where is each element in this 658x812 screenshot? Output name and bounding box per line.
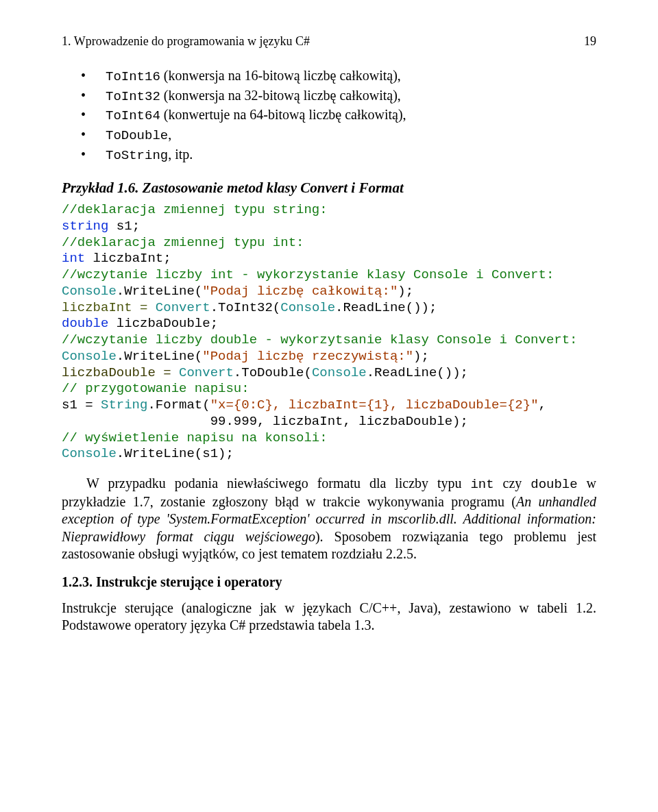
inline-code: int [470, 477, 494, 492]
code-class: Convert [156, 300, 210, 315]
code-text: liczbaDouble; [108, 316, 218, 331]
list-item: ToString, itp. [93, 145, 596, 165]
code-class: String [101, 397, 147, 413]
code-string: "Podaj liczbę całkowitą:" [202, 284, 398, 299]
code-token: ToString [106, 148, 168, 163]
code-token: ToInt64 [106, 108, 160, 123]
list-item: ToInt32 (konwersja na 32-bitową liczbę c… [93, 86, 596, 106]
code-text: s1 = [62, 397, 101, 413]
code-text: .ReadLine()); [335, 300, 437, 315]
code-text: .ReadLine()); [367, 365, 468, 380]
para-text: W przypadku podania niewłaściwego format… [86, 476, 470, 491]
list-item: ToInt16 (konwersja na 16-bitową liczbę c… [93, 66, 596, 86]
header-page-number: 19 [584, 34, 596, 49]
code-text: .ToInt32( [210, 300, 281, 315]
code-text: 99.999, liczbaInt, liczbaDouble); [62, 414, 468, 429]
code-class: Console [62, 446, 117, 461]
code-keyword: double [62, 316, 108, 331]
list-item: ToDouble, [93, 125, 596, 145]
code-text: .Format( [147, 397, 210, 413]
body-paragraph: Instrukcje sterujące (analogiczne jak w … [62, 600, 596, 635]
code-comment: //wczytanie liczby double - wykorzytsani… [62, 332, 578, 347]
header-title: 1. Wprowadzenie do programowania w język… [62, 34, 310, 49]
bullet-list: ToInt16 (konwersja na 16-bitową liczbę c… [62, 66, 596, 164]
code-text: ); [398, 284, 413, 299]
code-comment: //wczytanie liczby int - wykorzystanie k… [62, 267, 554, 282]
code-comment: // przygotowanie napisu: [62, 381, 249, 396]
code-string: "Podaj liczbę rzeczywistą:" [202, 349, 413, 364]
list-text: (konwersja na 16-bitową liczbę całkowitą… [160, 68, 401, 83]
code-text: .WriteLine( [117, 284, 202, 299]
code-class: Convert [179, 365, 234, 380]
code-class: Console [312, 365, 367, 380]
code-block: //deklaracja zmiennej typu string: strin… [62, 202, 596, 463]
code-string: "x={0:C}, liczbaInt={1}, liczbaDouble={2… [210, 397, 539, 413]
code-class: Console [280, 300, 335, 315]
code-text: liczbaInt = [62, 300, 156, 315]
code-text: liczbaInt; [85, 251, 171, 266]
code-text: ); [413, 349, 429, 364]
body-paragraph: W przypadku podania niewłaściwego format… [62, 475, 596, 563]
section-heading: 1.2.3. Instrukcje sterujące i operatory [62, 574, 596, 590]
para-text: czy [494, 476, 531, 491]
code-text: .WriteLine( [117, 349, 202, 364]
code-keyword: int [62, 251, 85, 266]
page: 1. Wprowadzenie do programowania w język… [0, 0, 658, 680]
inline-code: double [531, 477, 577, 492]
list-text: (konwersja na 32-bitową liczbę całkowitą… [160, 88, 401, 103]
running-header: 1. Wprowadzenie do programowania w język… [62, 34, 596, 49]
code-class: Console [62, 349, 117, 364]
code-token: ToInt32 [106, 89, 160, 104]
list-text: , itp. [168, 147, 193, 162]
code-text: .WriteLine(s1); [117, 446, 234, 461]
list-text: (konwertuje na 64-bitową liczbę całkowit… [160, 107, 406, 122]
code-comment: //deklaracja zmiennej typu string: [62, 202, 328, 217]
code-text: s1; [108, 219, 140, 234]
code-text: .ToDouble( [234, 365, 312, 380]
code-comment: // wyświetlenie napisu na konsoli: [62, 430, 328, 445]
example-heading: Przykład 1.6. Zastosowanie metod klasy C… [62, 180, 596, 197]
code-comment: //deklaracja zmiennej typu int: [62, 235, 304, 250]
code-class: Console [62, 284, 117, 299]
code-text: liczbaDouble = [62, 365, 179, 380]
code-token: ToDouble [106, 128, 168, 143]
code-token: ToInt16 [106, 69, 160, 84]
code-keyword: string [62, 219, 108, 234]
code-text: , [539, 397, 546, 413]
list-item: ToInt64 (konwertuje na 64-bitową liczbę … [93, 106, 596, 125]
list-text: , [168, 127, 171, 142]
